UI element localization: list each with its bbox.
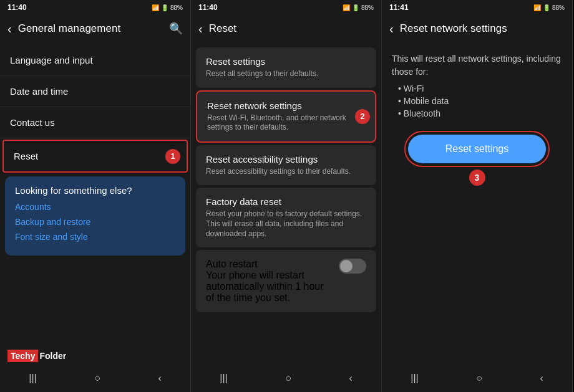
panel-general-management: 11:40 📶 🔋 88% ‹ General management 🔍 Lan… (0, 0, 191, 392)
battery-icon-3: 🔋 (543, 4, 550, 11)
nav-menu-1[interactable]: ||| (29, 373, 36, 384)
auto-restart-text: Auto restart Your phone will restart aut… (206, 259, 333, 304)
menu-list-1: Language and input Date and time Contact… (0, 42, 190, 345)
factory-reset-desc: Reset your phone to its factory default … (206, 209, 366, 239)
signal-icon: 📶 (152, 4, 159, 11)
battery-pct-2: 88% (361, 4, 374, 11)
menu-item-reset[interactable]: Reset 1 (2, 140, 188, 173)
step-badge-1: 1 (165, 149, 180, 164)
auto-restart-toggle[interactable] (339, 259, 366, 274)
reset-network-item[interactable]: Reset network settings Reset Wi-Fi, Blue… (196, 90, 376, 143)
suggestion-box: Looking for something else? Accounts Bac… (5, 176, 185, 256)
battery-pct-3: 88% (552, 4, 565, 11)
nav-bar-2: ||| ○ ‹ (191, 367, 381, 392)
nav-back-2[interactable]: ‹ (349, 373, 352, 384)
status-bar-3: 11:41 📶 🔋 88% (382, 0, 572, 15)
menu-item-contact[interactable]: Contact us (0, 107, 190, 138)
reset-accessibility-desc: Reset accessibility settings to their de… (206, 167, 366, 177)
reset-btn-border: Reset settings (404, 131, 550, 167)
bullet-mobile: Mobile data (398, 96, 562, 106)
top-bar-1: ‹ General management 🔍 (0, 15, 190, 42)
reset-accessibility-title: Reset accessibility settings (206, 154, 366, 165)
reset-menu-list: Reset settings Reset all settings to the… (191, 42, 381, 367)
nav-menu-3[interactable]: ||| (411, 373, 418, 384)
nav-back-3[interactable]: ‹ (540, 373, 543, 384)
back-button-2[interactable]: ‹ (198, 22, 203, 36)
factory-reset-item[interactable]: Factory data reset Reset your phone to i… (196, 188, 376, 247)
step-badge-2: 2 (355, 109, 370, 124)
reset-network-description: This will reset all network settings, in… (392, 52, 562, 79)
step-badge-3: 3 (469, 170, 485, 186)
nav-back-1[interactable]: ‹ (158, 373, 161, 384)
status-time-1: 11:40 (7, 3, 27, 12)
top-bar-2: ‹ Reset (191, 15, 381, 42)
brand-techy: Techy (7, 350, 38, 362)
back-button-1[interactable]: ‹ (7, 22, 12, 36)
reset-settings-title: Reset settings (206, 56, 366, 67)
network-bullet-list: Wi-Fi Mobile data Bluetooth (398, 84, 562, 118)
factory-reset-title: Factory data reset (206, 196, 366, 207)
signal-icon-3: 📶 (533, 4, 541, 11)
suggestion-backup[interactable]: Backup and restore (15, 217, 175, 227)
nav-home-3[interactable]: ○ (476, 373, 482, 384)
status-time-3: 11:41 (389, 3, 409, 12)
suggestion-font[interactable]: Font size and style (15, 232, 175, 242)
suggestion-accounts[interactable]: Accounts (15, 202, 175, 212)
reset-network-title: Reset network settings (207, 100, 350, 111)
reset-network-desc: Reset Wi-Fi, Bluetooth, and other networ… (207, 113, 350, 133)
contact-label: Contact us (10, 117, 55, 128)
status-bar-1: 11:40 📶 🔋 88% (0, 0, 190, 15)
nav-home-2[interactable]: ○ (285, 373, 291, 384)
auto-restart-title: Auto restart (206, 259, 333, 270)
suggestion-title: Looking for something else? (15, 185, 175, 196)
nav-bar-3: ||| ○ ‹ (382, 367, 572, 392)
auto-restart-desc: Your phone will restart automatically wi… (206, 270, 333, 304)
reset-accessibility-item[interactable]: Reset accessibility settings Reset acces… (196, 145, 376, 186)
reset-settings-item[interactable]: Reset settings Reset all settings to the… (196, 47, 376, 88)
reset-label: Reset (14, 151, 38, 161)
bullet-wifi: Wi-Fi (398, 84, 562, 93)
top-bar-3: ‹ Reset network settings (382, 15, 572, 42)
page-title-1: General management (18, 22, 169, 35)
nav-home-1[interactable]: ○ (94, 373, 100, 384)
battery-icon-2: 🔋 (352, 4, 359, 11)
status-icons-2: 📶 🔋 88% (343, 4, 374, 11)
battery-pct-1: 88% (170, 4, 183, 11)
nav-menu-2[interactable]: ||| (220, 373, 227, 384)
nav-bar-1: ||| ○ ‹ (0, 367, 190, 392)
menu-item-reset-wrapper: Reset 1 (0, 140, 190, 173)
status-icons-1: 📶 🔋 88% (152, 4, 183, 11)
reset-btn-container: Reset settings 3 (392, 131, 562, 167)
menu-item-language[interactable]: Language and input (0, 45, 190, 76)
reset-network-content: This will reset all network settings, in… (382, 42, 572, 367)
language-label: Language and input (10, 55, 93, 65)
bullet-bluetooth: Bluetooth (398, 108, 562, 118)
signal-icon-2: 📶 (343, 4, 350, 11)
back-button-3[interactable]: ‹ (389, 22, 394, 36)
brand-folder: Folder (39, 351, 66, 361)
branding-bar-1: Techy Folder (0, 345, 190, 367)
menu-item-datetime[interactable]: Date and time (0, 76, 190, 107)
status-time-2: 11:40 (198, 3, 218, 12)
status-bar-2: 11:40 📶 🔋 88% (191, 0, 381, 15)
reset-settings-desc: Reset all settings to their defaults. (206, 69, 366, 79)
page-title-3: Reset network settings (400, 22, 565, 35)
page-title-2: Reset (209, 22, 374, 35)
auto-restart-item[interactable]: Auto restart Your phone will restart aut… (196, 250, 376, 312)
panel-reset: 11:40 📶 🔋 88% ‹ Reset Reset settings Res… (191, 0, 382, 392)
panel-reset-network: 11:41 📶 🔋 88% ‹ Reset network settings T… (382, 0, 573, 392)
reset-settings-button[interactable]: Reset settings (408, 135, 546, 163)
battery-icon: 🔋 (161, 4, 168, 11)
status-icons-3: 📶 🔋 88% (533, 4, 565, 11)
datetime-label: Date and time (10, 86, 68, 97)
search-icon-1[interactable]: 🔍 (169, 22, 183, 36)
